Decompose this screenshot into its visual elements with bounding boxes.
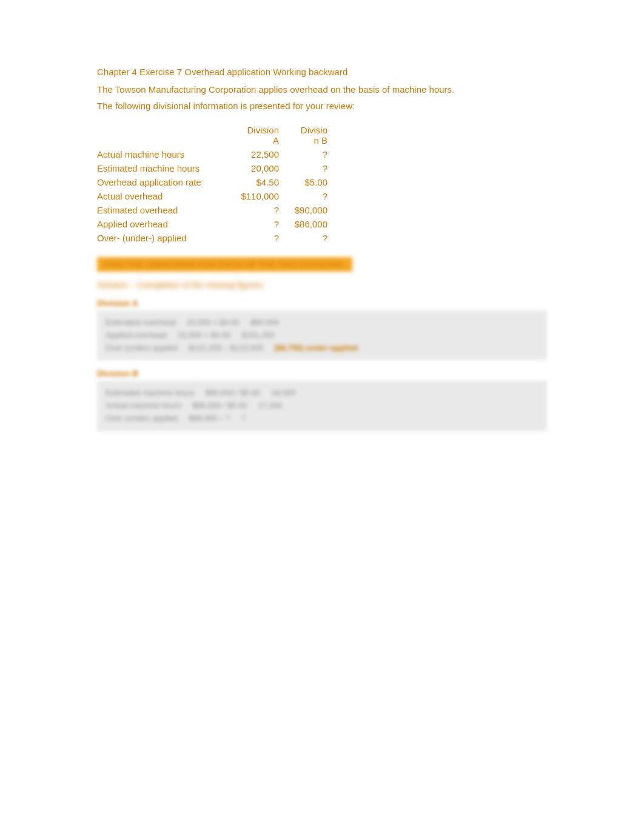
table-row: Over- (under-) applied ? ? — [97, 231, 334, 245]
division-b-block: Estimated machine hours $90,000 / $5.00 … — [97, 381, 547, 431]
division-a-block: Estimated overhead 20,000 × $4.50 $90,00… — [97, 310, 547, 360]
header-div-a: Division A — [230, 123, 285, 147]
row-diva-actual-overhead: $110,000 — [230, 189, 285, 203]
table-row: Actual machine hours 22,500 ? — [97, 147, 334, 161]
row-label-actual-machine: Actual machine hours — [97, 147, 230, 161]
row-diva-over-under: ? — [230, 231, 285, 245]
row-divb-overhead-rate: $5.00 — [285, 175, 334, 189]
solution-header: Solution – Completion of the missing fig… — [97, 280, 547, 290]
blurred-section: FIND THE UNKNOWNS FOR EACH OF THE TWO DI… — [97, 257, 547, 431]
row-divb-estimated-overhead: $90,000 — [285, 203, 334, 217]
header-div-b: Divisio n B — [285, 123, 334, 147]
row-label-estimated-machine: Estimated machine hours — [97, 161, 230, 175]
page-title: Chapter 4 Exercise 7 Overhead applicatio… — [97, 67, 547, 77]
division-a-label: Division A — [97, 298, 547, 308]
table-row: Estimated machine hours 20,000 ? — [97, 161, 334, 175]
row-label-applied-overhead: Applied overhead — [97, 217, 230, 231]
table-row: Actual overhead $110,000 ? — [97, 189, 334, 203]
row-diva-estimated-machine: 20,000 — [230, 161, 285, 175]
row-label-over-under: Over- (under-) applied — [97, 231, 230, 245]
row-diva-overhead-rate: $4.50 — [230, 175, 285, 189]
subtitle-line1: The Towson Manufacturing Corporation app… — [97, 84, 547, 95]
table-row: Overhead application rate $4.50 $5.00 — [97, 175, 334, 189]
division-b-label: Division B — [97, 369, 547, 378]
row-diva-estimated-overhead: ? — [230, 203, 285, 217]
row-label-overhead-rate: Overhead application rate — [97, 175, 230, 189]
row-divb-over-under: ? — [285, 231, 334, 245]
intro-text: The following divisional information is … — [97, 101, 547, 111]
row-diva-applied-overhead: ? — [230, 217, 285, 231]
data-table: Division A Divisio n B Actual machine ho… — [97, 123, 334, 245]
row-divb-applied-overhead: $86,000 — [285, 217, 334, 231]
row-label-estimated-overhead: Estimated overhead — [97, 203, 230, 217]
table-row: Estimated overhead ? $90,000 — [97, 203, 334, 217]
row-divb-estimated-machine: ? — [285, 161, 334, 175]
row-divb-actual-overhead: ? — [285, 189, 334, 203]
header-label-col — [97, 123, 230, 147]
row-label-actual-overhead: Actual overhead — [97, 189, 230, 203]
row-diva-actual-machine: 22,500 — [230, 147, 285, 161]
highlight-bar: FIND THE UNKNOWNS FOR EACH OF THE TWO DI… — [97, 257, 352, 272]
table-row: Applied overhead ? $86,000 — [97, 217, 334, 231]
row-divb-actual-machine: ? — [285, 147, 334, 161]
